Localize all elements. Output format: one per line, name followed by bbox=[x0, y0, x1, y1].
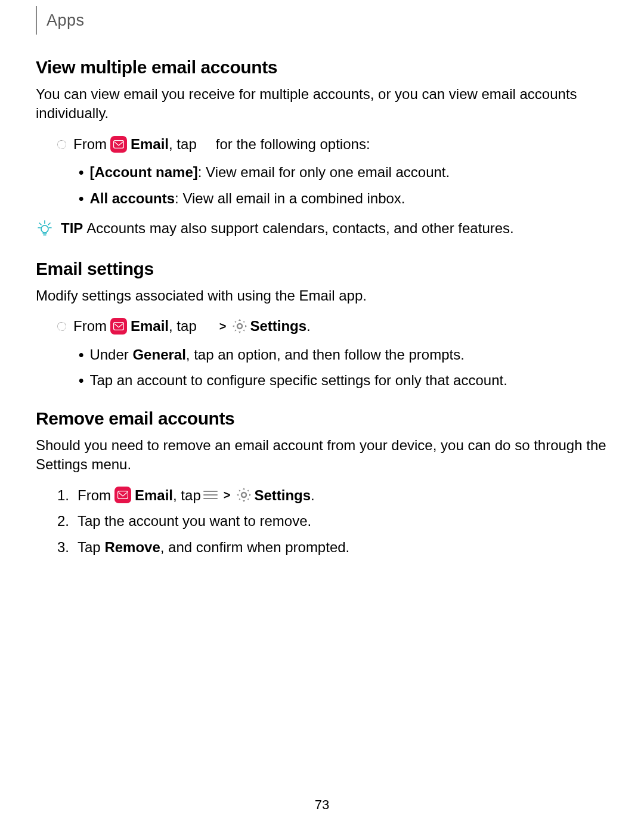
step-text: Tap the account you want to remove. bbox=[78, 511, 311, 531]
bullet-item: • [Account name]: View email for only on… bbox=[79, 162, 608, 182]
step-line: From Email , tap > Settings. bbox=[57, 316, 608, 336]
svg-line-8 bbox=[48, 223, 50, 225]
bullet-item: • Tap an account to configure specific s… bbox=[79, 370, 608, 391]
tip-row: TIP Accounts may also support calendars,… bbox=[36, 219, 608, 237]
tip-text: Accounts may also support calendars, con… bbox=[86, 220, 513, 237]
email-label: Email bbox=[135, 485, 173, 506]
hamburger-icon bbox=[199, 138, 213, 150]
page-header: Apps bbox=[36, 6, 608, 35]
numbered-step: 1. From Email , tap > Settings. bbox=[57, 485, 608, 506]
svg-point-12 bbox=[242, 493, 246, 497]
email-label: Email bbox=[131, 134, 169, 154]
bullet-dot-icon: • bbox=[79, 162, 83, 182]
step-text: Tap Remove, and confirm when prompted. bbox=[78, 537, 349, 558]
bullet-dot-icon: • bbox=[79, 370, 83, 391]
email-label: Email bbox=[131, 316, 169, 336]
breadcrumb: Apps bbox=[47, 11, 85, 30]
lightbulb-icon bbox=[36, 219, 54, 237]
step-number: 1. bbox=[57, 485, 73, 506]
email-icon bbox=[110, 136, 127, 153]
text: , tap bbox=[173, 485, 201, 506]
section-view-multiple-accounts: View multiple email accounts You can vie… bbox=[36, 57, 608, 237]
section-remove-accounts: Remove email accounts Should you need to… bbox=[36, 408, 608, 558]
hamburger-icon bbox=[199, 320, 213, 332]
bullet-dot-icon: • bbox=[79, 345, 83, 365]
text: From bbox=[78, 485, 111, 506]
chevron-right-icon: > bbox=[224, 487, 231, 503]
numbered-step: 2. Tap the account you want to remove. bbox=[57, 511, 608, 531]
section-intro: Modify settings associated with using th… bbox=[36, 286, 608, 305]
step-number: 2. bbox=[57, 511, 73, 531]
gear-icon bbox=[232, 318, 247, 334]
settings-label: Settings bbox=[254, 485, 311, 506]
text: , tap bbox=[169, 316, 197, 336]
svg-rect-9 bbox=[114, 322, 124, 330]
section-title: Remove email accounts bbox=[36, 408, 608, 429]
bullet-item: • Under General, tap an option, and then… bbox=[79, 345, 608, 365]
page-number: 73 bbox=[0, 797, 644, 813]
section-intro: Should you need to remove an email accou… bbox=[36, 436, 608, 475]
text: . bbox=[306, 316, 311, 336]
section-title: Email settings bbox=[36, 259, 608, 279]
bullet-text: All accounts: View all email in a combin… bbox=[89, 188, 405, 209]
section-intro: You can view email you receive for multi… bbox=[36, 85, 608, 123]
chevron-right-icon: > bbox=[219, 318, 227, 335]
text: for the following options: bbox=[216, 134, 370, 154]
text: From bbox=[73, 316, 107, 336]
svg-rect-11 bbox=[118, 491, 128, 499]
settings-label: Settings bbox=[250, 316, 306, 336]
bullet-text: [Account name]: View email for only one … bbox=[89, 162, 450, 182]
svg-rect-0 bbox=[114, 140, 124, 148]
tip-label: TIP bbox=[61, 220, 83, 237]
section-email-settings: Email settings Modify settings associate… bbox=[36, 259, 608, 391]
bullet-item: • All accounts: View all email in a comb… bbox=[79, 188, 608, 209]
ring-bullet-icon bbox=[57, 140, 66, 149]
svg-point-1 bbox=[41, 225, 48, 233]
text: , tap bbox=[169, 134, 197, 154]
section-title: View multiple email accounts bbox=[36, 57, 608, 78]
gear-icon bbox=[236, 487, 252, 503]
text: From bbox=[73, 134, 107, 154]
ring-bullet-icon bbox=[57, 322, 66, 331]
step-line: From Email , tap for the following optio… bbox=[57, 134, 608, 154]
hamburger-icon bbox=[203, 489, 218, 501]
bullet-text: Tap an account to configure specific set… bbox=[89, 370, 507, 391]
bullet-text: Under General, tap an option, and then f… bbox=[89, 345, 464, 365]
email-icon bbox=[114, 487, 131, 503]
numbered-step: 3. Tap Remove, and confirm when prompted… bbox=[57, 537, 608, 558]
svg-point-10 bbox=[237, 324, 242, 329]
text: . bbox=[311, 485, 315, 506]
svg-line-7 bbox=[39, 223, 41, 225]
bullet-dot-icon: • bbox=[79, 188, 83, 209]
step-number: 3. bbox=[57, 537, 73, 558]
email-icon bbox=[110, 318, 127, 335]
